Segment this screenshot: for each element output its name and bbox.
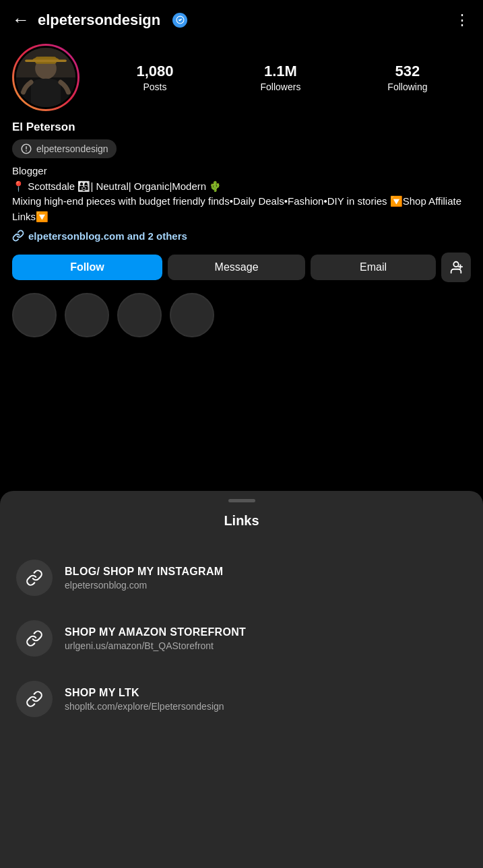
link-item-title: BLOG/ SHOP MY INSTAGRAM [65,566,223,578]
profile-section: 1,080 Posts 1.1M Followers 532 Following… [0,37,483,282]
link-icon [12,230,24,242]
display-name: El Peterson [12,121,471,134]
link-icon-wrapper [16,620,53,657]
story-item[interactable] [65,293,109,337]
profile-link[interactable]: elpetersonblog.com and 2 others [12,230,471,242]
svg-point-7 [453,262,458,267]
drag-handle [228,499,255,502]
follow-button[interactable]: Follow [12,255,162,280]
action-buttons: Follow Message Email [12,253,471,282]
bio-text: Blogger 📍 Scottsdale 👨‍👩‍👧| Neutral| Org… [12,164,471,224]
link-item[interactable]: SHOP MY AMAZON STOREFRONT urlgeni.us/ama… [0,608,483,669]
following-stat[interactable]: 532 Following [387,63,427,92]
link-icon-wrapper [16,560,53,596]
avatar-image [14,46,77,109]
svg-rect-6 [25,60,67,63]
story-item[interactable] [170,293,214,337]
header: ← elpetersondesign ⋮ [0,0,483,37]
add-friend-button[interactable] [441,253,471,282]
link-text-content: SHOP MY AMAZON STOREFRONT urlgeni.us/ama… [65,626,246,651]
chain-link-icon [26,630,43,647]
followers-count: 1.1M [264,63,297,80]
add-person-icon [449,260,463,275]
sheet-handle [0,491,483,513]
message-button[interactable]: Message [168,255,305,280]
link-icon-wrapper [16,681,53,717]
threads-icon [20,143,32,155]
link-text-content: SHOP MY LTK shopltk.com/explore/Elpeters… [65,687,224,712]
link-text-content: BLOG/ SHOP MY INSTAGRAM elpetersonblog.c… [65,566,223,591]
threads-badge[interactable]: elpetersondesign [12,139,117,158]
sheet-title: Links [0,513,483,529]
following-label: Following [387,81,427,92]
link-item-title: SHOP MY LTK [65,687,224,699]
posts-label: Posts [143,81,166,92]
link-item-url: shopltk.com/explore/Elpetersondesign [65,701,224,712]
link-item[interactable]: BLOG/ SHOP MY INSTAGRAM elpetersonblog.c… [0,547,483,608]
chain-link-icon [26,690,43,708]
link-item-url: elpetersonblog.com [65,580,223,591]
story-item[interactable] [117,293,162,337]
link-item-url: urlgeni.us/amazon/Bt_QAStorefront [65,640,246,651]
bio-line1: Blogger [12,164,471,179]
following-count: 532 [395,63,420,80]
avatar[interactable] [12,44,79,111]
bio-line2: 📍 Scottsdale 👨‍👩‍👧| Neutral| Organic|Mod… [12,179,471,195]
bio-line3: Mixing high-end pieces with budget frien… [12,194,471,224]
email-button[interactable]: Email [311,255,436,280]
chain-link-icon [26,569,43,587]
story-item[interactable] [12,293,57,337]
profile-top: 1,080 Posts 1.1M Followers 532 Following [12,44,471,111]
links-bottom-sheet: Links BLOG/ SHOP MY INSTAGRAM elpeterson… [0,491,483,868]
stats-row: 1,080 Posts 1.1M Followers 532 Following [93,63,471,92]
link-item-title: SHOP MY AMAZON STOREFRONT [65,626,246,638]
posts-stat[interactable]: 1,080 Posts [136,63,173,92]
followers-label: Followers [260,81,300,92]
more-options-button[interactable]: ⋮ [455,11,471,29]
header-username: elpetersondesign [38,11,160,29]
followers-stat[interactable]: 1.1M Followers [260,63,300,92]
verified-icon [172,13,187,28]
stories-row [0,293,483,345]
posts-count: 1,080 [136,63,173,80]
threads-handle: elpetersondesign [36,143,108,154]
link-text: elpetersonblog.com and 2 others [28,230,187,242]
back-button[interactable]: ← [12,9,30,30]
link-item[interactable]: SHOP MY LTK shopltk.com/explore/Elpeters… [0,669,483,729]
header-left: ← elpetersondesign [12,9,187,30]
